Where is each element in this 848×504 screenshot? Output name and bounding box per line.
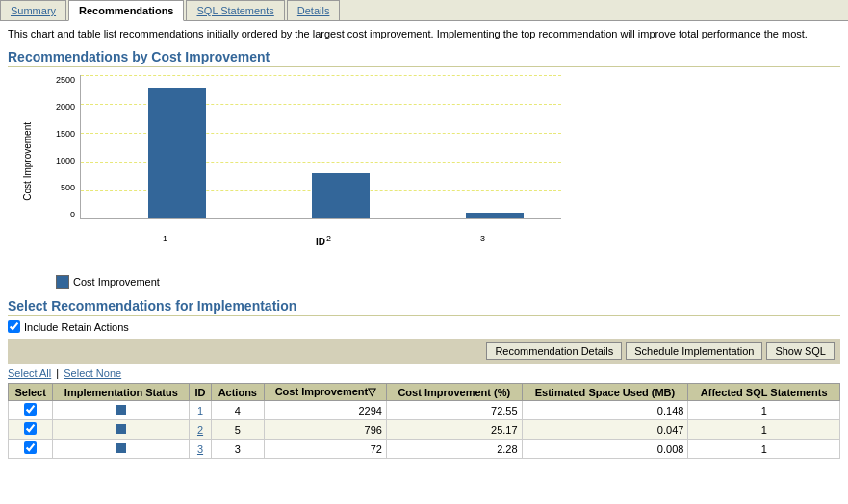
row-space-cell: 0.008 — [522, 440, 688, 459]
row-select-cell — [9, 440, 53, 459]
bar-3 — [466, 213, 524, 218]
y-tick-2000: 2000 — [46, 102, 75, 112]
select-none-link[interactable]: Select None — [64, 367, 121, 379]
row-cost-cell: 2294 — [264, 401, 386, 420]
x-label-1: 1 — [163, 234, 167, 243]
legend-box — [56, 275, 69, 289]
col-id: ID — [190, 384, 211, 401]
col-impl-status: Implementation Status — [53, 384, 190, 401]
select-all-link[interactable]: Select All — [8, 367, 51, 379]
row-id-cell: 1 — [190, 401, 211, 420]
row-sql-cell: 1 — [688, 440, 840, 459]
row-id-link-1[interactable]: 1 — [197, 405, 203, 416]
col-cost-improvement: Cost Improvement▽ — [264, 384, 386, 401]
y-tick-2500: 2500 — [46, 75, 75, 85]
row-status-cell — [53, 401, 190, 420]
row-id-link-2[interactable]: 2 — [197, 424, 203, 436]
chart-container: Cost Improvement 2500 2000 1500 1000 500… — [8, 75, 840, 267]
bar-1 — [148, 88, 206, 219]
col-actions: Actions — [211, 384, 264, 401]
row-select-cell — [9, 420, 53, 440]
y-tick-500: 500 — [46, 183, 75, 192]
bar-group-1 — [139, 75, 216, 218]
chart-section-title: Recommendations by Cost Improvement — [8, 49, 840, 67]
row-cost-cell: 796 — [264, 420, 386, 440]
col-sql: Affected SQL Statements — [688, 384, 840, 401]
table-row: 33722.280.0081 — [9, 440, 840, 459]
bar-2 — [312, 173, 370, 219]
schedule-button[interactable]: Schedule Implementation — [626, 342, 762, 360]
row-space-cell: 0.148 — [522, 401, 688, 420]
y-tick-0: 0 — [46, 210, 75, 219]
table-section-title: Select Recommendations for Implementatio… — [8, 298, 840, 316]
table-row: 2579625.170.0471 — [9, 420, 840, 440]
row-select-cell — [9, 401, 53, 420]
include-retain-label: Include Retain Actions — [24, 321, 129, 333]
row-actions-cell: 5 — [211, 420, 264, 440]
include-retain-checkbox[interactable] — [8, 320, 20, 333]
col-select: Select — [9, 384, 53, 401]
row-cost-pct-cell: 72.55 — [386, 401, 522, 420]
tab-recommendations[interactable]: Recommendations — [68, 0, 184, 21]
link-separator: | — [56, 367, 62, 379]
row-id-cell: 3 — [190, 440, 211, 459]
col-cost-pct: Cost Improvement (%) — [386, 384, 522, 401]
y-tick-1000: 1000 — [46, 156, 75, 165]
row-checkbox-3[interactable] — [24, 441, 37, 454]
bar-group-3 — [456, 75, 533, 218]
row-sql-cell: 1 — [688, 401, 840, 420]
rec-details-button[interactable]: Recommendation Details — [486, 342, 622, 360]
row-actions-cell: 3 — [211, 440, 264, 459]
bar-group-2 — [302, 75, 379, 218]
row-space-cell: 0.047 — [522, 420, 688, 440]
row-cost-pct-cell: 2.28 — [386, 440, 522, 459]
tab-sql-statements[interactable]: SQL Statements — [186, 0, 284, 20]
row-checkbox-2[interactable] — [24, 422, 37, 435]
x-label-3: 3 — [480, 234, 485, 243]
legend-label: Cost Improvement — [73, 276, 160, 288]
y-tick-1500: 1500 — [46, 129, 75, 139]
status-icon — [116, 424, 126, 434]
chart-legend: Cost Improvement — [56, 275, 840, 289]
row-cost-pct-cell: 25.17 — [386, 420, 522, 440]
tab-details[interactable]: Details — [287, 0, 341, 20]
tabs-bar: Summary Recommendations SQL Statements D… — [0, 0, 848, 21]
select-links: Select All | Select None — [8, 367, 840, 379]
intro-text: This chart and table list recommendation… — [8, 27, 840, 41]
tab-summary[interactable]: Summary — [0, 0, 66, 20]
status-icon — [116, 443, 126, 453]
x-label-2: 2 — [326, 234, 331, 243]
row-checkbox-1[interactable] — [24, 403, 37, 416]
x-axis-label: ID — [80, 237, 561, 247]
toolbar: Recommendation Details Schedule Implemen… — [8, 339, 840, 364]
row-sql-cell: 1 — [688, 420, 840, 440]
row-status-cell — [53, 420, 190, 440]
recommendations-table: Select Implementation Status ID Actions … — [8, 383, 840, 459]
row-id-link-3[interactable]: 3 — [197, 443, 203, 455]
row-status-cell — [53, 440, 190, 459]
row-actions-cell: 4 — [211, 401, 264, 420]
col-space: Estimated Space Used (MB) — [522, 384, 688, 401]
status-icon — [116, 405, 126, 415]
row-cost-cell: 72 — [264, 440, 386, 459]
show-sql-button[interactable]: Show SQL — [766, 342, 835, 360]
y-axis-label: Cost Improvement — [22, 122, 33, 201]
row-id-cell: 2 — [190, 420, 211, 440]
table-row: 14229472.550.1481 — [9, 401, 840, 420]
include-retain-row: Include Retain Actions — [8, 320, 840, 333]
